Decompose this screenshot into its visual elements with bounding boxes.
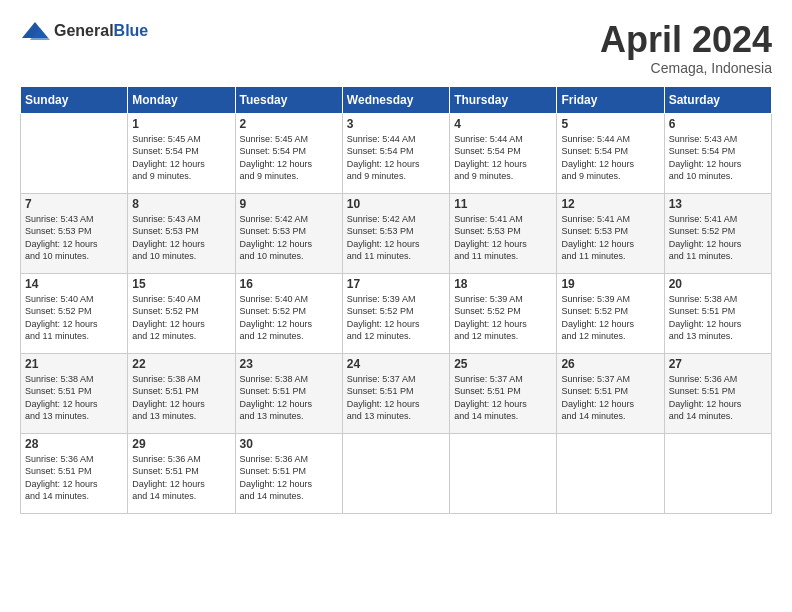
weekday-header-saturday: Saturday xyxy=(664,86,771,113)
day-number: 23 xyxy=(240,357,338,371)
calendar-cell: 13Sunrise: 5:41 AM Sunset: 5:52 PM Dayli… xyxy=(664,193,771,273)
day-info: Sunrise: 5:42 AM Sunset: 5:53 PM Dayligh… xyxy=(240,213,338,263)
day-info: Sunrise: 5:41 AM Sunset: 5:52 PM Dayligh… xyxy=(669,213,767,263)
logo-icon xyxy=(20,20,50,42)
day-info: Sunrise: 5:40 AM Sunset: 5:52 PM Dayligh… xyxy=(240,293,338,343)
day-number: 27 xyxy=(669,357,767,371)
day-number: 2 xyxy=(240,117,338,131)
day-number: 30 xyxy=(240,437,338,451)
day-info: Sunrise: 5:37 AM Sunset: 5:51 PM Dayligh… xyxy=(347,373,445,423)
day-info: Sunrise: 5:39 AM Sunset: 5:52 PM Dayligh… xyxy=(454,293,552,343)
day-info: Sunrise: 5:38 AM Sunset: 5:51 PM Dayligh… xyxy=(669,293,767,343)
month-title: April 2024 xyxy=(600,20,772,60)
day-info: Sunrise: 5:36 AM Sunset: 5:51 PM Dayligh… xyxy=(669,373,767,423)
calendar-cell: 30Sunrise: 5:36 AM Sunset: 5:51 PM Dayli… xyxy=(235,433,342,513)
day-number: 4 xyxy=(454,117,552,131)
day-info: Sunrise: 5:36 AM Sunset: 5:51 PM Dayligh… xyxy=(240,453,338,503)
calendar-cell: 24Sunrise: 5:37 AM Sunset: 5:51 PM Dayli… xyxy=(342,353,449,433)
day-info: Sunrise: 5:36 AM Sunset: 5:51 PM Dayligh… xyxy=(25,453,123,503)
calendar-cell: 27Sunrise: 5:36 AM Sunset: 5:51 PM Dayli… xyxy=(664,353,771,433)
calendar-cell: 2Sunrise: 5:45 AM Sunset: 5:54 PM Daylig… xyxy=(235,113,342,193)
calendar-cell: 14Sunrise: 5:40 AM Sunset: 5:52 PM Dayli… xyxy=(21,273,128,353)
week-row-4: 21Sunrise: 5:38 AM Sunset: 5:51 PM Dayli… xyxy=(21,353,772,433)
weekday-header-friday: Friday xyxy=(557,86,664,113)
day-number: 29 xyxy=(132,437,230,451)
calendar-cell: 12Sunrise: 5:41 AM Sunset: 5:53 PM Dayli… xyxy=(557,193,664,273)
weekday-header-row: SundayMondayTuesdayWednesdayThursdayFrid… xyxy=(21,86,772,113)
weekday-header-monday: Monday xyxy=(128,86,235,113)
day-number: 6 xyxy=(669,117,767,131)
day-number: 25 xyxy=(454,357,552,371)
calendar-cell: 6Sunrise: 5:43 AM Sunset: 5:54 PM Daylig… xyxy=(664,113,771,193)
day-number: 14 xyxy=(25,277,123,291)
title-area: April 2024 Cemaga, Indonesia xyxy=(600,20,772,76)
day-info: Sunrise: 5:38 AM Sunset: 5:51 PM Dayligh… xyxy=(132,373,230,423)
day-info: Sunrise: 5:44 AM Sunset: 5:54 PM Dayligh… xyxy=(347,133,445,183)
day-number: 10 xyxy=(347,197,445,211)
calendar-cell xyxy=(664,433,771,513)
calendar-cell: 16Sunrise: 5:40 AM Sunset: 5:52 PM Dayli… xyxy=(235,273,342,353)
day-number: 7 xyxy=(25,197,123,211)
calendar-table: SundayMondayTuesdayWednesdayThursdayFrid… xyxy=(20,86,772,514)
calendar-cell: 1Sunrise: 5:45 AM Sunset: 5:54 PM Daylig… xyxy=(128,113,235,193)
day-info: Sunrise: 5:37 AM Sunset: 5:51 PM Dayligh… xyxy=(561,373,659,423)
calendar-cell: 7Sunrise: 5:43 AM Sunset: 5:53 PM Daylig… xyxy=(21,193,128,273)
calendar-cell: 17Sunrise: 5:39 AM Sunset: 5:52 PM Dayli… xyxy=(342,273,449,353)
day-info: Sunrise: 5:39 AM Sunset: 5:52 PM Dayligh… xyxy=(561,293,659,343)
calendar-cell: 15Sunrise: 5:40 AM Sunset: 5:52 PM Dayli… xyxy=(128,273,235,353)
day-number: 20 xyxy=(669,277,767,291)
day-info: Sunrise: 5:39 AM Sunset: 5:52 PM Dayligh… xyxy=(347,293,445,343)
week-row-2: 7Sunrise: 5:43 AM Sunset: 5:53 PM Daylig… xyxy=(21,193,772,273)
day-info: Sunrise: 5:38 AM Sunset: 5:51 PM Dayligh… xyxy=(25,373,123,423)
weekday-header-thursday: Thursday xyxy=(450,86,557,113)
day-number: 19 xyxy=(561,277,659,291)
day-info: Sunrise: 5:45 AM Sunset: 5:54 PM Dayligh… xyxy=(132,133,230,183)
day-info: Sunrise: 5:40 AM Sunset: 5:52 PM Dayligh… xyxy=(132,293,230,343)
day-number: 24 xyxy=(347,357,445,371)
day-number: 26 xyxy=(561,357,659,371)
day-info: Sunrise: 5:44 AM Sunset: 5:54 PM Dayligh… xyxy=(561,133,659,183)
day-info: Sunrise: 5:41 AM Sunset: 5:53 PM Dayligh… xyxy=(454,213,552,263)
day-number: 28 xyxy=(25,437,123,451)
day-number: 12 xyxy=(561,197,659,211)
calendar-cell: 11Sunrise: 5:41 AM Sunset: 5:53 PM Dayli… xyxy=(450,193,557,273)
weekday-header-wednesday: Wednesday xyxy=(342,86,449,113)
week-row-5: 28Sunrise: 5:36 AM Sunset: 5:51 PM Dayli… xyxy=(21,433,772,513)
day-info: Sunrise: 5:40 AM Sunset: 5:52 PM Dayligh… xyxy=(25,293,123,343)
day-info: Sunrise: 5:43 AM Sunset: 5:53 PM Dayligh… xyxy=(25,213,123,263)
day-number: 3 xyxy=(347,117,445,131)
logo: GeneralBlue xyxy=(20,20,148,42)
day-number: 21 xyxy=(25,357,123,371)
day-info: Sunrise: 5:45 AM Sunset: 5:54 PM Dayligh… xyxy=(240,133,338,183)
day-number: 9 xyxy=(240,197,338,211)
day-number: 13 xyxy=(669,197,767,211)
day-info: Sunrise: 5:37 AM Sunset: 5:51 PM Dayligh… xyxy=(454,373,552,423)
calendar-cell: 21Sunrise: 5:38 AM Sunset: 5:51 PM Dayli… xyxy=(21,353,128,433)
day-number: 1 xyxy=(132,117,230,131)
calendar-cell: 10Sunrise: 5:42 AM Sunset: 5:53 PM Dayli… xyxy=(342,193,449,273)
week-row-3: 14Sunrise: 5:40 AM Sunset: 5:52 PM Dayli… xyxy=(21,273,772,353)
logo-general: General xyxy=(54,22,114,39)
day-number: 8 xyxy=(132,197,230,211)
week-row-1: 1Sunrise: 5:45 AM Sunset: 5:54 PM Daylig… xyxy=(21,113,772,193)
weekday-header-tuesday: Tuesday xyxy=(235,86,342,113)
weekday-header-sunday: Sunday xyxy=(21,86,128,113)
day-info: Sunrise: 5:42 AM Sunset: 5:53 PM Dayligh… xyxy=(347,213,445,263)
calendar-cell xyxy=(450,433,557,513)
calendar-cell: 19Sunrise: 5:39 AM Sunset: 5:52 PM Dayli… xyxy=(557,273,664,353)
calendar-cell: 18Sunrise: 5:39 AM Sunset: 5:52 PM Dayli… xyxy=(450,273,557,353)
day-number: 18 xyxy=(454,277,552,291)
calendar-cell: 5Sunrise: 5:44 AM Sunset: 5:54 PM Daylig… xyxy=(557,113,664,193)
calendar-cell: 28Sunrise: 5:36 AM Sunset: 5:51 PM Dayli… xyxy=(21,433,128,513)
page-header: GeneralBlue April 2024 Cemaga, Indonesia xyxy=(20,20,772,76)
day-number: 22 xyxy=(132,357,230,371)
calendar-cell: 23Sunrise: 5:38 AM Sunset: 5:51 PM Dayli… xyxy=(235,353,342,433)
calendar-cell: 8Sunrise: 5:43 AM Sunset: 5:53 PM Daylig… xyxy=(128,193,235,273)
day-info: Sunrise: 5:38 AM Sunset: 5:51 PM Dayligh… xyxy=(240,373,338,423)
day-info: Sunrise: 5:44 AM Sunset: 5:54 PM Dayligh… xyxy=(454,133,552,183)
location: Cemaga, Indonesia xyxy=(600,60,772,76)
calendar-cell xyxy=(21,113,128,193)
calendar-cell xyxy=(342,433,449,513)
calendar-cell: 20Sunrise: 5:38 AM Sunset: 5:51 PM Dayli… xyxy=(664,273,771,353)
day-info: Sunrise: 5:41 AM Sunset: 5:53 PM Dayligh… xyxy=(561,213,659,263)
